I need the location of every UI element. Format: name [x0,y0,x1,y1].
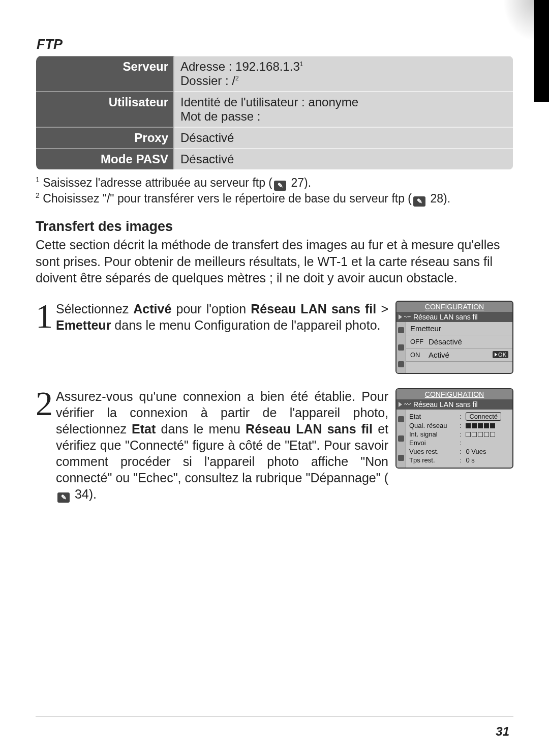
step-1: 1 Sélectionnez Activé pour l'option Rése… [36,301,513,374]
camera-icon [398,416,404,422]
step-number: 2 [36,388,56,503]
option-off[interactable]: OFFDésactivé [406,335,512,348]
wrench-icon [398,455,404,461]
camera-side-icons [396,410,406,468]
label-serveur: Serveur [36,56,174,92]
row-vues-value: 0 Vues [463,447,510,456]
ftp-settings-table: Serveur Adresse : 192.168.1.31 Dossier :… [36,55,513,170]
intro-paragraph: Cette section décrit la méthode de trans… [36,237,513,286]
label-pasv: Mode PASV [36,149,174,170]
row-envoi-label: Envoi [406,439,457,447]
step-2-text: Assurez-vous qu'une connexion a bien été… [56,388,395,503]
step-2: 2 Assurez-vous qu'une connexion a bien é… [36,388,513,503]
label-utilisateur: Utilisateur [36,92,174,127]
pencil-icon [398,344,404,351]
footnotes: 1 Saisissez l'adresse attribuée au serve… [36,175,513,207]
value-pasv: Désactivé [174,149,513,170]
row-tps-label: Tps rest. [406,456,457,464]
section-heading: Transfert des images [36,219,513,235]
row-signal-label: Int. signal [406,430,457,439]
row-utilisateur: Utilisateur Identité de l'utilisateur : … [36,92,513,127]
row-etat-value: Connecté [466,412,501,421]
play-icon [399,314,402,319]
footnote-1: 1 Saisissez l'adresse attribuée au serve… [36,175,513,191]
wrench-icon [398,361,404,367]
camera-icon [398,327,404,333]
page-ref-icon: ✎ [413,196,425,207]
ftp-heading: FTP [37,37,513,52]
footer-rule [36,716,513,716]
status-table: Etat:Connecté Qual. réseau: Int. signal:… [406,412,510,464]
value-proxy: Désactivé [174,127,513,149]
step-1-text: Sélectionnez Activé pour l'option Réseau… [56,301,395,374]
row-qual-label: Qual. réseau [406,421,457,430]
page-ref-icon: ✎ [274,181,286,191]
camera-side-icons [396,322,406,373]
value-serveur: Adresse : 192.168.1.31 Dossier : /2 [174,56,513,92]
emetteur-header: Emetteur [406,322,512,335]
row-serveur: Serveur Adresse : 192.168.1.31 Dossier :… [36,56,513,92]
value-utilisateur: Identité de l'utilisateur : anonyme Mot … [174,92,513,127]
row-etat-label: Etat [406,412,457,421]
camera-screenshot-etat: CONFIGURATION 〰 Réseau LAN sans fil Etat… [395,388,513,503]
pencil-icon [398,435,404,442]
qual-bars [466,423,495,428]
camera-screenshot-emetteur: CONFIGURATION 〰 Réseau LAN sans fil Emet… [395,301,513,374]
row-proxy: Proxy Désactivé [36,127,513,149]
option-on[interactable]: ONActivéOK [406,348,512,361]
manual-page: FTP Serveur Adresse : 192.168.1.31 Dossi… [0,0,549,756]
play-icon [399,402,402,407]
row-tps-value: 0 s [463,456,510,464]
footnote-2: 2 Choisissez "/" pour transférer vers le… [36,191,513,207]
row-vues-label: Vues rest. [406,447,457,456]
row-pasv: Mode PASV Désactivé [36,149,513,170]
camera-title: CONFIGURATION [396,389,512,399]
label-proxy: Proxy [36,127,174,149]
ok-indicator: OK [493,351,508,358]
page-number: 31 [496,724,509,739]
signal-bars [466,432,495,437]
camera-subtitle: 〰 Réseau LAN sans fil [396,312,512,322]
camera-title: CONFIGURATION [396,302,512,312]
step-number: 1 [36,301,56,374]
camera-subtitle: 〰 Réseau LAN sans fil [396,399,512,410]
page-ref-icon: ✎ [57,492,70,503]
